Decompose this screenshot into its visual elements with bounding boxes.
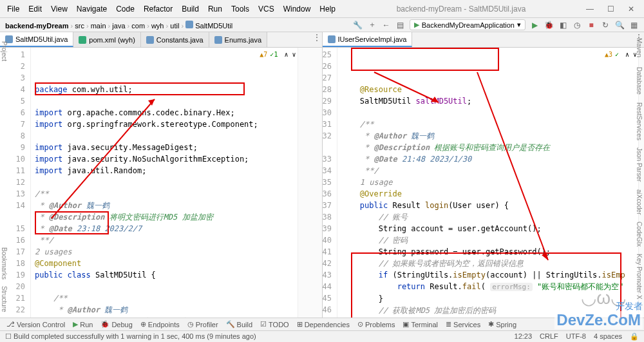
tab-iuserserviceimpl[interactable]: IUserServiceImpl.java — [323, 32, 413, 47]
close-icon[interactable]: ✕ — [623, 5, 639, 14]
menu-code[interactable]: Code — [111, 3, 139, 15]
nav-toolbar: backend-myDream › src › main › java › co… — [0, 18, 644, 32]
menu-tools[interactable]: Tools — [227, 3, 254, 15]
menu-file[interactable]: File — [3, 3, 24, 15]
settings-icon[interactable]: ▦ — [629, 20, 639, 30]
window-title: backend-myDream - SaltMD5Util.java — [340, 5, 582, 14]
menu-navigate[interactable]: Navigate — [72, 3, 111, 15]
status-message: ☐ Build completed successfully with 1 wa… — [5, 332, 256, 341]
bt-terminal[interactable]: ▣ Terminal — [400, 320, 440, 328]
menu-run[interactable]: Run — [204, 3, 227, 15]
tabs-right-split: IUserServiceImpl.java ⋮ — [323, 32, 645, 47]
menu-vcs[interactable]: VCS — [254, 3, 279, 15]
bt-endpoints[interactable]: ⊕ Endpoints — [138, 320, 182, 328]
maven-icon — [79, 36, 86, 44]
bt-build[interactable]: 🔨 Build — [223, 320, 255, 328]
sidetool-database[interactable]: Database — [635, 64, 643, 97]
back-icon[interactable]: ← — [381, 20, 392, 30]
tab-pom[interactable]: pom.xml (wyh) — [73, 32, 141, 47]
run-button[interactable]: ▶ — [529, 20, 540, 30]
sidetool-keypromoter[interactable]: Key Promoter X — [635, 251, 643, 302]
menu-refactor[interactable]: Refactor — [139, 3, 177, 15]
tab-constants[interactable]: Constants.java — [141, 32, 209, 47]
cursor-position[interactable]: 12:23 — [515, 332, 533, 341]
bt-services[interactable]: ≣ Services — [443, 320, 483, 328]
wrench-icon[interactable]: 🔧 — [353, 20, 363, 30]
class-icon — [328, 35, 336, 43]
window-controls: — ☐ ✕ — [582, 5, 641, 14]
indent[interactable]: 4 spaces — [594, 332, 622, 341]
class-icon — [214, 36, 222, 44]
menu-icon[interactable]: ▤ — [395, 20, 406, 30]
editor-right[interactable]: 2526272829303132333435363738394041424344… — [323, 48, 645, 322]
encoding[interactable]: UTF-8 — [566, 332, 586, 341]
sidetool-restservices[interactable]: RestServices — [635, 100, 643, 143]
bt-version-control[interactable]: ⎇ Version Control — [4, 320, 68, 328]
editor-tabs: SaltMD5Util.java pom.xml (wyh) Constants… — [0, 32, 644, 48]
bt-profiler[interactable]: ◷ Profiler — [185, 320, 221, 328]
sidetool-aixcoder[interactable]: aiXcoder — [635, 187, 643, 217]
breadcrumb[interactable]: backend-myDream › src › main › java › co… — [5, 21, 232, 30]
bt-debug[interactable]: 🐞 Debug — [98, 320, 135, 328]
sidetool-maven[interactable]: Maven — [635, 35, 643, 60]
sidetool-jsonparser[interactable]: Json Parser — [635, 145, 643, 184]
sidetool-project[interactable]: Project — [0, 39, 8, 64]
update-icon[interactable]: ↻ — [600, 20, 611, 30]
gutter-right[interactable]: 2526272829303132333435363738394041424344… — [323, 48, 337, 322]
chevron-down-icon: ▾ — [517, 21, 521, 29]
sidetool-structure[interactable]: Structure — [0, 283, 8, 315]
tab-enums[interactable]: Enums.java — [209, 32, 267, 47]
menu-view[interactable]: View — [46, 3, 72, 15]
stop-button[interactable]: ■ — [586, 20, 596, 30]
bottom-toolbar: ⎇ Version Control ▶ Run 🐞 Debug ⊕ Endpoi… — [0, 318, 644, 330]
menu-window[interactable]: Window — [279, 3, 316, 15]
profile-button[interactable]: ◷ — [572, 20, 582, 30]
bt-dependencies[interactable]: ⊞ Dependencies — [294, 320, 352, 328]
tab-saltmd5util[interactable]: SaltMD5Util.java — [0, 32, 73, 47]
run-config-selector[interactable]: ▶ BackendMyDreamApplication ▾ — [410, 19, 526, 30]
line-separator[interactable]: CRLF — [540, 332, 558, 341]
bt-spring[interactable]: ✱ Spring — [486, 320, 519, 328]
tabs-left-split: SaltMD5Util.java pom.xml (wyh) Constants… — [0, 32, 323, 47]
search-icon[interactable]: 🔍 — [614, 20, 625, 30]
menu-help[interactable]: Help — [315, 3, 340, 15]
tab-list-icon[interactable]: ⋮ — [312, 32, 322, 43]
lock-icon[interactable]: 🔒 — [630, 332, 639, 341]
inspection-badge[interactable]: ▲7✓1 ∧ ∨ — [260, 49, 296, 61]
editor-split: 1234567891011121314151617181920212223 ▲7… — [0, 48, 644, 322]
add-config-icon[interactable]: ＋ — [367, 20, 377, 30]
menu-edit[interactable]: Edit — [24, 3, 46, 15]
code-right[interactable]: ▲3✓ ∧ ∨ @Resource SaltMD5Util saltMD5Uti… — [337, 48, 638, 322]
run-config-name: BackendMyDreamApplication — [422, 21, 515, 29]
class-icon — [146, 36, 154, 44]
code-left[interactable]: ▲7✓1 ∧ ∨ package com.wyh.util; import or… — [31, 48, 298, 322]
inspection-badge[interactable]: ▲3✓ ∧ ∨ — [605, 49, 637, 61]
statusbar: ☐ Build completed successfully with 1 wa… — [0, 330, 644, 342]
debug-button[interactable]: 🐞 — [544, 20, 554, 30]
minimize-icon[interactable]: — — [582, 5, 598, 14]
editor-left[interactable]: 1234567891011121314151617181920212223 ▲7… — [0, 48, 323, 322]
run-icon: ▶ — [414, 21, 419, 29]
bt-problems[interactable]: ⊙ Problems — [355, 320, 397, 328]
class-icon — [185, 21, 193, 28]
bt-run[interactable]: ▶ Run — [70, 320, 95, 328]
titlebar: File Edit View Navigate Code Refactor Bu… — [0, 0, 644, 18]
maximize-icon[interactable]: ☐ — [603, 5, 618, 14]
menu-build[interactable]: Build — [177, 3, 204, 15]
bt-todo[interactable]: ☑ TODO — [258, 320, 292, 328]
main-menu: File Edit View Navigate Code Refactor Bu… — [3, 3, 340, 15]
markers-left[interactable] — [298, 48, 322, 322]
sidetool-codeglx[interactable]: CodeGlx — [635, 219, 643, 249]
sidetool-bookmarks[interactable]: Bookmarks — [0, 245, 8, 282]
coverage-button[interactable]: ◧ — [558, 20, 568, 30]
